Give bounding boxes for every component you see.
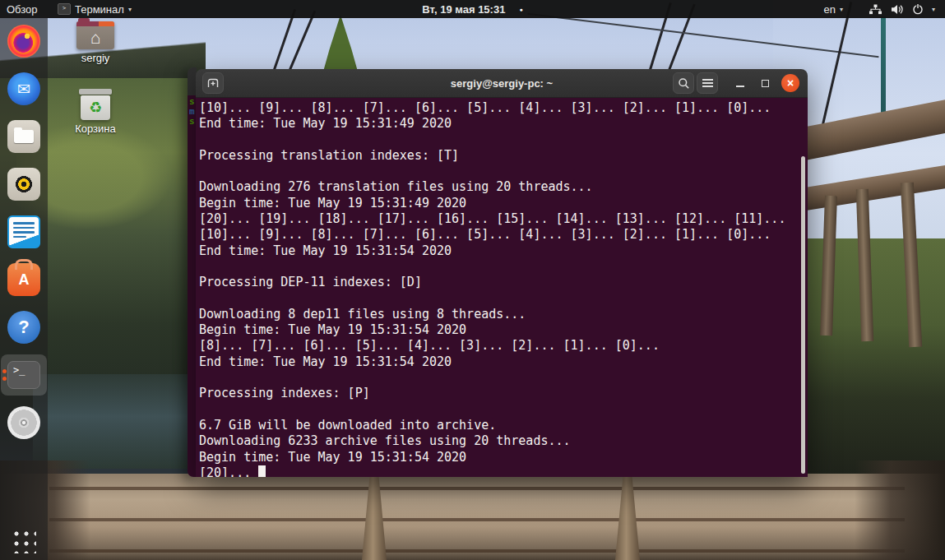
terminal-line: Begin time: Tue May 19 15:31:54 2020 — [199, 322, 804, 338]
dock-item-files[interactable] — [6, 118, 42, 155]
wired-network-icon — [869, 4, 882, 15]
trash-icon: ♻ Корзина — [69, 89, 122, 135]
dock-item-thunderbird[interactable]: ✉ — [6, 71, 42, 107]
terminal-line — [199, 291, 804, 307]
ubuntu-software-icon: A — [7, 263, 40, 296]
speaker-ring-icon — [12, 173, 35, 196]
libreoffice-writer-icon — [7, 215, 40, 248]
close-icon: × — [787, 77, 794, 89]
terminal-line: Processing indexes: [P] — [199, 386, 804, 401]
terminal-line: [20]... [19]... [18]... [17]... [16]... … — [199, 211, 804, 227]
desktop-icon-home-folder[interactable]: ⌂ sergiy — [69, 21, 122, 64]
thunderbird-icon: ✉ — [7, 72, 40, 105]
prompt-text: [20]... — [199, 465, 258, 477]
terminal-cursor — [258, 465, 266, 477]
close-button[interactable]: × — [781, 74, 799, 92]
desktop-icon-label: Корзина — [75, 123, 116, 135]
hamburger-icon — [702, 79, 713, 87]
terminal-line: Downloading 276 translation files using … — [199, 179, 804, 195]
terminal-line — [199, 259, 804, 275]
menu-button[interactable] — [697, 72, 718, 94]
desktop-icon-label: sergiy — [81, 52, 110, 64]
dock-item-disc[interactable] — [6, 405, 42, 441]
chevron-down-icon: ▾ — [128, 6, 132, 13]
dock-item-ubuntu-software[interactable]: A — [6, 261, 42, 298]
terminal-line: End time: Tue May 19 15:31:49 2020 — [199, 116, 804, 132]
maximize-icon — [762, 80, 769, 87]
wallpaper-shape — [855, 460, 945, 560]
rhythmbox-icon — [7, 168, 40, 201]
terminal-line — [199, 402, 804, 418]
clock-label: Вт, 19 мая 15:31 — [422, 3, 505, 16]
wallpaper-shape — [33, 374, 197, 469]
terminal-prompt-line: [20]... — [199, 465, 804, 477]
new-tab-button[interactable] — [202, 72, 224, 94]
wallpaper-shape — [49, 518, 905, 521]
terminal-titlebar[interactable]: sergiy@sergiy-pc: ~ × — [196, 69, 808, 98]
active-app-highlight — [1, 354, 47, 396]
terminal-line: 6.7 GiB will be downloaded into archive. — [199, 418, 804, 433]
folder-icon — [14, 130, 34, 143]
activities-button[interactable]: Обзор — [0, 0, 44, 18]
power-icon — [912, 3, 924, 15]
terminal-line — [199, 370, 804, 386]
search-button[interactable] — [673, 72, 694, 94]
terminal-line: Downloading 8 dep11 files using 8 thread… — [199, 307, 804, 322]
home-icon: ⌂ — [90, 29, 101, 46]
app-menu[interactable]: > Терминал ▾ — [51, 0, 138, 18]
terminal-line: Downloading 6233 archive files using 20 … — [199, 433, 804, 449]
top-bar: Обзор > Терминал ▾ Вт, 19 мая 15:31 ● en… — [0, 0, 945, 18]
firefox-icon — [7, 25, 40, 58]
terminal-line — [199, 164, 804, 179]
terminal-window: sergiy@sergiy-pc: ~ × [10]... [9]... [8]… — [196, 69, 808, 477]
recycle-icon: ♻ — [89, 100, 102, 115]
software-a-glyph: A — [19, 271, 30, 289]
speaker-icon — [891, 4, 904, 15]
terminal-mini-icon: > — [58, 3, 71, 15]
new-tab-icon — [206, 76, 220, 90]
terminal-line: [8]... [7]... [6]... [5]... [4]... [3]..… — [199, 338, 804, 354]
terminal-line: End time: Tue May 19 15:31:54 2020 — [199, 243, 804, 259]
terminal-line: [10]... [9]... [8]... [7]... [6]... [5].… — [199, 227, 804, 243]
system-status-area[interactable]: ▾ — [862, 0, 942, 18]
help-icon: ? — [7, 311, 40, 344]
background-terminal-text: s m s — [189, 97, 195, 127]
terminal-text-fragment: s — [189, 117, 195, 127]
wallpaper-shape — [49, 487, 905, 490]
dock-item-terminal[interactable]: >_ — [6, 357, 42, 393]
app-menu-label: Терминал — [75, 3, 124, 16]
terminal-line: Begin time: Tue May 19 15:31:49 2020 — [199, 196, 804, 211]
terminal-line — [199, 132, 804, 148]
app-grid-button[interactable] — [12, 529, 36, 553]
chevron-down-icon: ▾ — [932, 6, 935, 13]
search-icon — [678, 77, 690, 90]
terminal-line: Processing DEP-11 indexes: [D] — [199, 275, 804, 290]
activities-label: Обзор — [7, 3, 38, 16]
question-mark-glyph: ? — [18, 317, 29, 338]
dock: ✉ A ? >_ — [0, 18, 48, 560]
dock-item-help[interactable]: ? — [6, 309, 42, 345]
chevron-down-icon: ▾ — [840, 6, 843, 13]
envelope-icon: ✉ — [17, 80, 30, 99]
terminal-line: Processing translation indexes: [T] — [199, 148, 804, 164]
dock-item-rhythmbox[interactable] — [6, 166, 42, 202]
clock-button[interactable]: Вт, 19 мая 15:31 ● — [415, 0, 529, 18]
terminal-scrollbar[interactable] — [801, 156, 805, 474]
dock-item-firefox[interactable] — [6, 23, 42, 59]
minimize-button[interactable] — [732, 69, 748, 97]
running-indicator-dots — [2, 369, 7, 381]
terminal-line: Begin time: Tue May 19 15:31:54 2020 — [199, 450, 804, 465]
dock-item-libreoffice-writer[interactable] — [6, 214, 42, 250]
terminal-output[interactable]: [10]... [9]... [8]... [7]... [6]... [5].… — [196, 98, 808, 477]
maximize-button[interactable] — [757, 69, 773, 97]
keyboard-layout-label: en — [824, 3, 836, 16]
keyboard-layout-button[interactable]: en ▾ — [818, 0, 850, 18]
notification-dot: ● — [519, 7, 522, 12]
wallpaper-shape — [49, 549, 905, 553]
minimize-icon — [736, 86, 744, 87]
terminal-line: [10]... [9]... [8]... [7]... [6]... [5].… — [199, 100, 804, 116]
disc-icon — [7, 406, 40, 439]
desktop-icon-trash[interactable]: ♻ Корзина — [69, 89, 122, 135]
terminal-line: End time: Tue May 19 15:31:54 2020 — [199, 354, 804, 370]
trash-lid — [79, 89, 112, 95]
